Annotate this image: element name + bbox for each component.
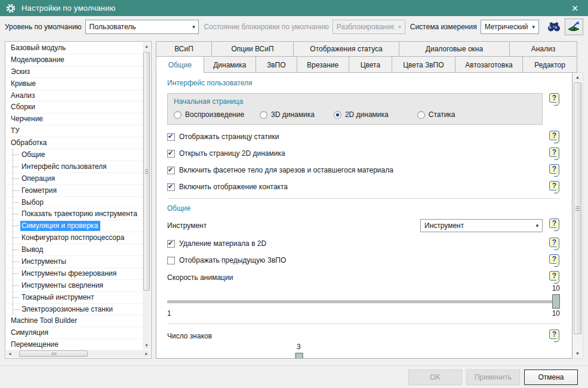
radio-button[interactable] <box>334 111 341 119</box>
radio-option[interactable]: 2D динамика <box>334 110 389 119</box>
help-icon[interactable]: ? <box>549 131 560 143</box>
help-icon[interactable]: ? <box>549 271 560 284</box>
radio-option[interactable]: Статика <box>417 110 455 119</box>
tree-item[interactable]: Инструменты сверления <box>5 280 143 292</box>
radio-button[interactable] <box>174 111 181 119</box>
scroll-down-icon[interactable]: ▼ <box>572 349 583 358</box>
tab-item[interactable]: Врезание <box>297 56 349 73</box>
tab-item[interactable]: Анализ <box>509 41 577 57</box>
tab-item[interactable]: ЗвПО <box>255 56 297 73</box>
tree-connector <box>13 214 19 214</box>
help-icon[interactable]: ? <box>549 93 560 106</box>
tree-item[interactable]: Базовый модуль <box>5 42 143 54</box>
tree-item[interactable]: Электроэрозионные станки <box>5 304 143 316</box>
tree-item[interactable]: Перемещение <box>5 339 143 349</box>
radio-button[interactable] <box>417 111 425 119</box>
tree-item[interactable]: Machine Tool Builder <box>5 315 143 327</box>
help-icon[interactable]: ? <box>549 254 560 267</box>
checkbox[interactable] <box>167 257 175 264</box>
checkbox-row: Удаление материала в 2D? <box>167 238 560 250</box>
units-combobox[interactable]: Метрический ▼ <box>481 20 539 34</box>
tree-item[interactable]: Общие <box>5 149 143 161</box>
tab-item[interactable]: Динамика <box>204 56 256 73</box>
scroll-up-icon[interactable]: ▲ <box>572 73 583 82</box>
units-value: Метрический <box>485 23 528 31</box>
speed-slider[interactable] <box>167 294 560 309</box>
tree-scrollbar-thumb[interactable] <box>143 52 150 291</box>
checkbox[interactable] <box>167 150 175 158</box>
checkbox[interactable] <box>167 240 175 248</box>
tree-item[interactable]: Токарный инструмент <box>5 292 143 304</box>
tree-item[interactable]: Моделирование <box>5 54 143 66</box>
tab-item[interactable]: Цвета <box>349 56 392 73</box>
tree-hscrollbar-thumb[interactable] <box>19 350 88 357</box>
checkbox-label: Отображать предыдущую ЗвПО <box>179 256 546 264</box>
tree-item[interactable]: Сборки <box>5 101 143 113</box>
tree-item[interactable]: Анализ <box>5 90 143 102</box>
tool-combobox[interactable]: Инструмент ▼ <box>420 219 543 232</box>
tree-item[interactable]: Геометрия <box>5 185 143 197</box>
tree-item[interactable]: Интерфейс пользователя <box>5 161 143 173</box>
tree-horizontal-scrollbar[interactable]: ◄ ► <box>6 350 150 358</box>
radio-button[interactable] <box>260 111 267 119</box>
tree-vertical-scrollbar[interactable]: ▲ ▼ <box>143 42 150 349</box>
close-icon[interactable]: × <box>568 2 582 14</box>
tree-item[interactable]: Конфигуратор постпроцессора <box>5 232 143 244</box>
tree-item[interactable]: Кривые <box>5 78 143 90</box>
tab-item[interactable]: ВСиП <box>156 41 212 57</box>
speed-slider-thumb[interactable] <box>552 294 560 309</box>
tree-item[interactable]: Инструменты фрезерования <box>5 268 143 280</box>
content-wrap: Интерфейс пользователя Начальная страниц… <box>156 72 583 359</box>
units-label: Система измерения <box>410 23 477 31</box>
tree-item[interactable]: Симуляция <box>5 327 143 339</box>
help-icon[interactable]: ? <box>549 164 560 177</box>
tree-item[interactable]: Симуляция и проверка <box>5 220 143 232</box>
help-icon[interactable]: ? <box>549 181 560 193</box>
radio-label: 2D динамика <box>345 110 389 119</box>
checkbox[interactable] <box>167 167 175 174</box>
content-vertical-scrollbar[interactable]: ▲ ▼ <box>572 72 583 359</box>
tree-item-label: Инструменты сверления <box>20 281 106 291</box>
digits-slider[interactable] <box>167 352 560 359</box>
content-scrollbar-thumb[interactable] <box>574 82 581 334</box>
scroll-left-icon[interactable]: ◄ <box>6 350 14 358</box>
tab-active[interactable]: Общие <box>156 56 204 73</box>
ok-button[interactable]: OK <box>408 369 462 385</box>
radio-option[interactable]: 3D динамика <box>260 110 315 119</box>
level-value: Пользователь <box>90 23 188 31</box>
tab-item[interactable]: Автозаготовка <box>455 56 523 73</box>
tab-item[interactable]: Диалоговые окна <box>399 41 510 57</box>
tab-item[interactable]: Отображения статуса <box>293 41 399 57</box>
digits-slider-thumb[interactable] <box>295 353 303 359</box>
level-combobox[interactable]: Пользователь ▼ <box>85 20 199 34</box>
cancel-button[interactable]: Отмена <box>524 369 578 385</box>
find-default-button[interactable] <box>565 19 583 35</box>
tree-item[interactable]: ТУ <box>5 125 143 137</box>
help-icon[interactable]: ? <box>549 218 560 231</box>
scroll-up-icon[interactable]: ▲ <box>143 42 150 50</box>
help-icon[interactable]: ? <box>549 238 560 250</box>
tree-item-label: Анализ <box>10 91 38 101</box>
tree-item[interactable]: Обработка <box>5 137 143 149</box>
tab-item[interactable]: Цвета ЗвПО <box>392 56 455 73</box>
checkbox[interactable] <box>167 183 175 191</box>
tree-item[interactable]: Эскиз <box>5 66 143 78</box>
tab-item[interactable]: Редактор <box>522 56 577 73</box>
tree-item[interactable]: Черчение <box>5 113 143 125</box>
slider-track[interactable] <box>167 300 560 303</box>
tree-item[interactable]: Операция <box>5 173 143 185</box>
tree-item[interactable]: Вывод <box>5 244 143 256</box>
tree-item[interactable]: Выбор <box>5 197 143 209</box>
scroll-right-icon[interactable]: ► <box>143 350 150 358</box>
help-icon[interactable]: ? <box>549 330 560 342</box>
apply-button[interactable]: Применить <box>466 369 520 385</box>
radio-option[interactable]: Воспроизведение <box>174 110 244 119</box>
scroll-down-icon[interactable]: ▼ <box>143 341 150 349</box>
find-button[interactable] <box>545 19 564 35</box>
help-icon[interactable]: ? <box>549 147 560 160</box>
checkbox[interactable] <box>167 133 175 141</box>
tree-item[interactable]: Показать траекторию инструмента <box>5 208 143 220</box>
tree-item[interactable]: Инструменты <box>5 256 143 268</box>
tab-item[interactable]: Опции ВСиП <box>211 41 294 57</box>
tree-item-label: Симуляция <box>10 328 51 338</box>
